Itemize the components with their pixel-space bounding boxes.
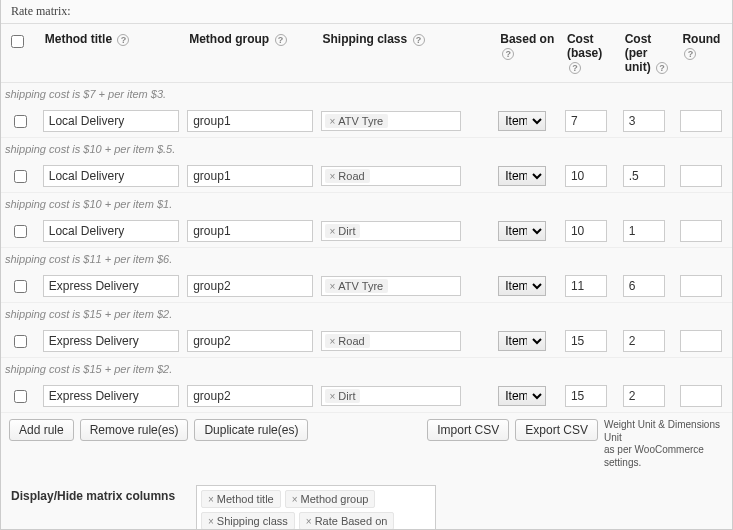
based-on-select[interactable]: Item	[498, 166, 546, 186]
cost-unit-input[interactable]	[623, 385, 665, 407]
method-group-input[interactable]	[187, 110, 312, 132]
close-icon[interactable]: ×	[330, 116, 336, 127]
header-select-all[interactable]	[1, 24, 39, 83]
cost-base-input[interactable]	[565, 275, 607, 297]
based-on-select[interactable]: Item	[498, 111, 546, 131]
column-tag[interactable]: ×Rate Based on	[299, 512, 395, 530]
round-input[interactable]	[680, 220, 722, 242]
based-on-select[interactable]: Item	[498, 221, 546, 241]
cost-unit-input[interactable]	[623, 110, 665, 132]
column-tag[interactable]: ×Method group	[285, 490, 376, 508]
help-icon[interactable]: ?	[413, 34, 425, 46]
shipping-class-tagbox[interactable]: ×Dirt	[321, 386, 461, 406]
help-icon[interactable]: ?	[684, 48, 696, 60]
columns-tagbox[interactable]: ×Method title×Method group×Shipping clas…	[196, 485, 436, 530]
close-icon[interactable]: ×	[330, 336, 336, 347]
close-icon[interactable]: ×	[330, 226, 336, 237]
tag-label: Method title	[217, 493, 274, 505]
import-csv-button[interactable]: Import CSV	[427, 419, 509, 441]
remove-rule-button[interactable]: Remove rule(es)	[80, 419, 189, 441]
add-rule-button[interactable]: Add rule	[9, 419, 74, 441]
header-method-group-label: Method group	[189, 32, 269, 46]
cost-unit-input[interactable]	[623, 165, 665, 187]
method-title-input[interactable]	[43, 385, 179, 407]
cost-unit-input[interactable]	[623, 220, 665, 242]
tag-label: Method group	[301, 493, 369, 505]
shipping-class-tag[interactable]: ×Road	[325, 169, 370, 183]
round-input[interactable]	[680, 385, 722, 407]
shipping-class-tag[interactable]: ×ATV Tyre	[325, 279, 389, 293]
method-title-input[interactable]	[43, 330, 179, 352]
column-tag[interactable]: ×Method title	[201, 490, 281, 508]
shipping-class-tagbox[interactable]: ×Road	[321, 331, 461, 351]
close-icon[interactable]: ×	[208, 494, 214, 505]
shipping-class-tagbox[interactable]: ×ATV Tyre	[321, 276, 461, 296]
tag-label: ATV Tyre	[338, 280, 383, 292]
header-shipping-class: Shipping class ?	[317, 24, 495, 83]
cost-unit-input[interactable]	[623, 275, 665, 297]
shipping-class-tagbox[interactable]: ×ATV Tyre	[321, 111, 461, 131]
close-icon[interactable]: ×	[330, 281, 336, 292]
header-method-title-label: Method title	[45, 32, 112, 46]
method-title-input[interactable]	[43, 220, 179, 242]
shipping-class-tag[interactable]: ×ATV Tyre	[325, 114, 389, 128]
close-icon[interactable]: ×	[292, 494, 298, 505]
help-icon[interactable]: ?	[569, 62, 581, 74]
round-input[interactable]	[680, 165, 722, 187]
shipping-class-tag[interactable]: ×Dirt	[325, 224, 361, 238]
export-csv-button[interactable]: Export CSV	[515, 419, 598, 441]
button-row: Add rule Remove rule(es) Duplicate rule(…	[1, 412, 732, 475]
row-checkbox[interactable]	[14, 280, 27, 293]
method-group-input[interactable]	[187, 385, 312, 407]
round-input[interactable]	[680, 110, 722, 132]
header-cost-unit: Cost (per unit) ?	[619, 24, 677, 83]
cost-base-input[interactable]	[565, 220, 607, 242]
method-title-input[interactable]	[43, 110, 179, 132]
select-all-checkbox[interactable]	[11, 35, 24, 48]
header-cost-base-label: Cost (base)	[567, 32, 602, 60]
row-description: shipping cost is $15 + per item $2.	[1, 358, 732, 381]
cost-base-input[interactable]	[565, 330, 607, 352]
row-checkbox[interactable]	[14, 225, 27, 238]
round-input[interactable]	[680, 275, 722, 297]
help-icon[interactable]: ?	[275, 34, 287, 46]
shipping-class-tag[interactable]: ×Road	[325, 334, 370, 348]
row-description: shipping cost is $7 + per item $3.	[1, 83, 732, 106]
cost-base-input[interactable]	[565, 110, 607, 132]
close-icon[interactable]: ×	[330, 171, 336, 182]
header-cost-unit-label: Cost (per unit)	[625, 32, 652, 74]
header-round-label: Round	[682, 32, 720, 46]
close-icon[interactable]: ×	[208, 516, 214, 527]
help-icon[interactable]: ?	[656, 62, 668, 74]
duplicate-rule-button[interactable]: Duplicate rule(es)	[194, 419, 308, 441]
help-icon[interactable]: ?	[117, 34, 129, 46]
row-checkbox[interactable]	[14, 335, 27, 348]
method-group-input[interactable]	[187, 330, 312, 352]
help-icon[interactable]: ?	[502, 48, 514, 60]
row-checkbox[interactable]	[14, 390, 27, 403]
method-group-input[interactable]	[187, 165, 312, 187]
method-title-input[interactable]	[43, 275, 179, 297]
cost-base-input[interactable]	[565, 385, 607, 407]
close-icon[interactable]: ×	[306, 516, 312, 527]
cost-unit-input[interactable]	[623, 330, 665, 352]
shipping-class-tagbox[interactable]: ×Dirt	[321, 221, 461, 241]
shipping-class-tagbox[interactable]: ×Road	[321, 166, 461, 186]
header-based-on-label: Based on	[500, 32, 554, 46]
row-checkbox[interactable]	[14, 170, 27, 183]
cost-base-input[interactable]	[565, 165, 607, 187]
round-input[interactable]	[680, 330, 722, 352]
close-icon[interactable]: ×	[330, 391, 336, 402]
column-tag[interactable]: ×Shipping class	[201, 512, 295, 530]
csv-note-line2: as per WooCommerce settings.	[604, 444, 704, 468]
row-checkbox[interactable]	[14, 115, 27, 128]
row-description-text: shipping cost is $10 + per item $.5.	[1, 138, 732, 161]
based-on-select[interactable]: Item	[498, 331, 546, 351]
shipping-class-tag[interactable]: ×Dirt	[325, 389, 361, 403]
based-on-select[interactable]: Item	[498, 276, 546, 296]
method-group-input[interactable]	[187, 275, 312, 297]
method-title-input[interactable]	[43, 165, 179, 187]
based-on-select[interactable]: Item	[498, 386, 546, 406]
csv-note: Weight Unit & Dimensions Unit as per Woo…	[604, 419, 724, 469]
method-group-input[interactable]	[187, 220, 312, 242]
